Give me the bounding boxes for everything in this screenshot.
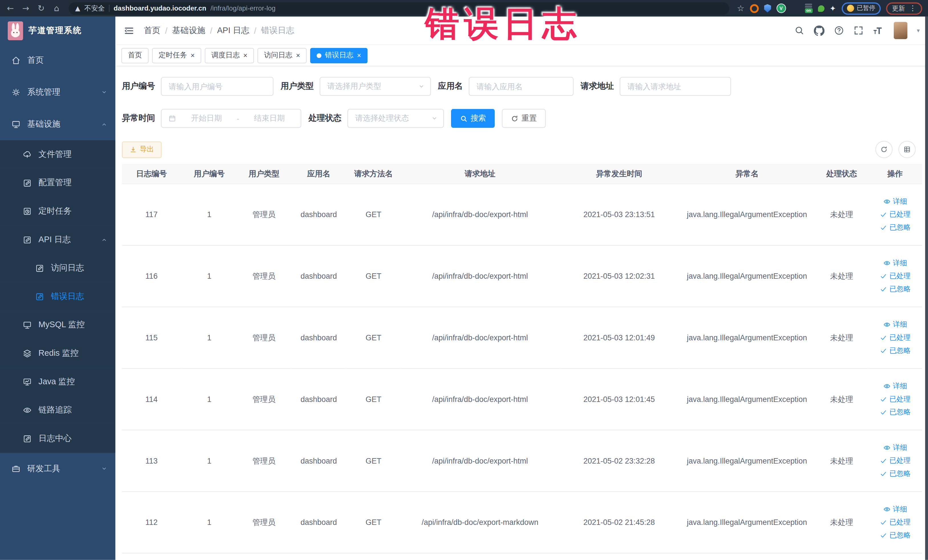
request-url-input[interactable]	[620, 77, 731, 96]
close-icon[interactable]: ×	[296, 52, 300, 59]
sidebar-item-6[interactable]: API 日志	[0, 225, 116, 254]
extension-icon-6[interactable]	[818, 5, 824, 12]
update-badge[interactable]: 更新 ⋮	[886, 2, 922, 15]
action-detail[interactable]: 详细	[868, 319, 922, 330]
column-settings-button[interactable]	[899, 141, 916, 158]
collapse-menu-icon[interactable]	[124, 25, 134, 36]
sidebar-item-1[interactable]: 系统管理	[0, 76, 116, 108]
check-icon	[879, 457, 887, 465]
breadcrumb-item[interactable]: 首页	[144, 25, 160, 36]
extension-icon-4[interactable]	[791, 4, 799, 12]
sidebar-item-8[interactable]: 错误日志	[0, 282, 116, 311]
sidebar-item-10[interactable]: Redis 监控	[0, 339, 116, 368]
monitor-icon	[23, 320, 32, 330]
reload-icon[interactable]: ↻	[37, 3, 46, 13]
tab-2[interactable]: 调度日志×	[205, 48, 254, 63]
tab-label: 首页	[128, 50, 142, 60]
logo-row[interactable]: 芋道管理系统	[0, 17, 116, 44]
sidebar-item-9[interactable]: MySQL 监控	[0, 311, 116, 339]
export-button[interactable]: 导出	[122, 141, 162, 158]
user-type-select[interactable]: 请选择用户类型	[319, 77, 431, 96]
action-detail[interactable]: 详细	[868, 443, 922, 453]
user-avatar[interactable]	[894, 22, 907, 39]
cell-status: 未处理	[816, 491, 868, 553]
user-menu-caret-icon[interactable]: ▾	[917, 27, 920, 34]
forward-icon[interactable]: →	[21, 3, 30, 13]
back-icon[interactable]: ←	[6, 3, 15, 13]
scrollbar[interactable]	[925, 17, 928, 560]
column-header: 异常名	[678, 164, 816, 184]
close-icon[interactable]: ×	[243, 52, 247, 59]
check-icon	[879, 334, 887, 342]
browser-menu-icon[interactable]: ⋮	[909, 4, 916, 12]
chevron-down-icon	[101, 89, 108, 96]
breadcrumb-item[interactable]: API 日志	[217, 25, 249, 36]
action-processed[interactable]: 已处理	[868, 517, 922, 527]
action-ignored[interactable]: 已忽略	[868, 284, 922, 294]
edit-square-icon	[35, 292, 44, 301]
tab-1[interactable]: 定时任务×	[152, 48, 201, 63]
close-icon[interactable]: ×	[191, 52, 195, 59]
action-detail[interactable]: 详细	[868, 381, 922, 391]
extension-icon-3[interactable]: V	[776, 3, 786, 13]
extension-icon-5[interactable]: on	[805, 3, 812, 13]
tab-3[interactable]: 访问日志×	[258, 48, 307, 63]
action-ignored[interactable]: 已忽略	[868, 530, 922, 540]
user-id-input[interactable]	[161, 77, 273, 96]
sidebar-item-12[interactable]: 链路追踪	[0, 396, 116, 424]
sidebar-item-4[interactable]: 配置管理	[0, 169, 116, 197]
sidebar-item-11[interactable]: Java 监控	[0, 368, 116, 396]
eye-icon	[883, 259, 891, 267]
briefcase-icon	[11, 464, 21, 473]
sidebar-item-5[interactable]: 定时任务	[0, 197, 116, 226]
github-icon[interactable]	[814, 25, 824, 36]
bookmark-star-icon[interactable]: ☆	[737, 3, 744, 13]
tab-0[interactable]: 首页	[121, 48, 148, 63]
fullscreen-icon[interactable]	[853, 25, 864, 35]
cell-exception: java.lang.IllegalArgumentException	[678, 245, 816, 307]
action-detail[interactable]: 详细	[868, 258, 922, 268]
help-icon[interactable]	[834, 25, 844, 35]
extension-icon-7[interactable]: ✦	[830, 4, 836, 12]
search-icon[interactable]	[794, 25, 804, 35]
action-ignored[interactable]: 已忽略	[868, 346, 922, 356]
sidebar-item-label: MySQL 监控	[38, 319, 85, 330]
reset-button[interactable]: 重置	[502, 109, 546, 128]
action-processed[interactable]: 已处理	[868, 209, 922, 220]
paused-badge[interactable]: 已暂停	[841, 2, 881, 15]
divider	[109, 5, 110, 12]
sidebar-item-13[interactable]: 日志中心	[0, 424, 116, 453]
action-processed[interactable]: 已处理	[868, 333, 922, 343]
action-processed[interactable]: 已处理	[868, 456, 922, 466]
column-header: 用户编号	[181, 164, 237, 184]
home-icon[interactable]: ⌂	[52, 3, 61, 13]
action-ignored[interactable]: 已忽略	[868, 469, 922, 479]
font-size-icon[interactable]	[873, 25, 884, 35]
process-status-select[interactable]: 请选择处理状态	[348, 109, 444, 128]
search-button[interactable]: 搜索	[451, 109, 495, 128]
action-ignored[interactable]: 已忽略	[868, 407, 922, 417]
close-icon[interactable]: ×	[357, 52, 361, 59]
column-header: 异常发生时间	[560, 164, 678, 184]
address-bar[interactable]: ▲ 不安全 dashboard.yudao.iocoder.cn/infra/l…	[69, 2, 730, 15]
action-detail[interactable]: 详细	[868, 504, 922, 514]
sidebar-item-7[interactable]: 访问日志	[0, 254, 116, 282]
exception-time-range-picker[interactable]: 开始日期 - 结束日期	[161, 109, 301, 128]
sidebar-item-0[interactable]: 首页	[0, 44, 116, 76]
refresh-table-button[interactable]	[876, 141, 893, 158]
app-name-input[interactable]	[469, 77, 573, 96]
cell-status: 未处理	[816, 430, 868, 491]
breadcrumb-item[interactable]: 基础设施	[172, 25, 205, 36]
sidebar-item-2[interactable]: 基础设施	[0, 108, 116, 140]
action-processed[interactable]: 已处理	[868, 394, 922, 404]
action-ignored[interactable]: 已忽略	[868, 223, 922, 232]
tab-4[interactable]: 错误日志×	[310, 48, 368, 63]
sidebar-item-3[interactable]: 文件管理	[0, 140, 116, 169]
table-row: 1131管理员dashboardGET/api/infra/db-doc/exp…	[122, 430, 922, 491]
extension-icon-2[interactable]	[764, 4, 771, 12]
sidebar-item-14[interactable]: 研发工具	[0, 453, 116, 485]
extension-icon-1[interactable]	[750, 4, 759, 12]
chevron-down-icon	[418, 83, 425, 90]
action-detail[interactable]: 详细	[868, 197, 922, 206]
action-processed[interactable]: 已处理	[868, 271, 922, 281]
